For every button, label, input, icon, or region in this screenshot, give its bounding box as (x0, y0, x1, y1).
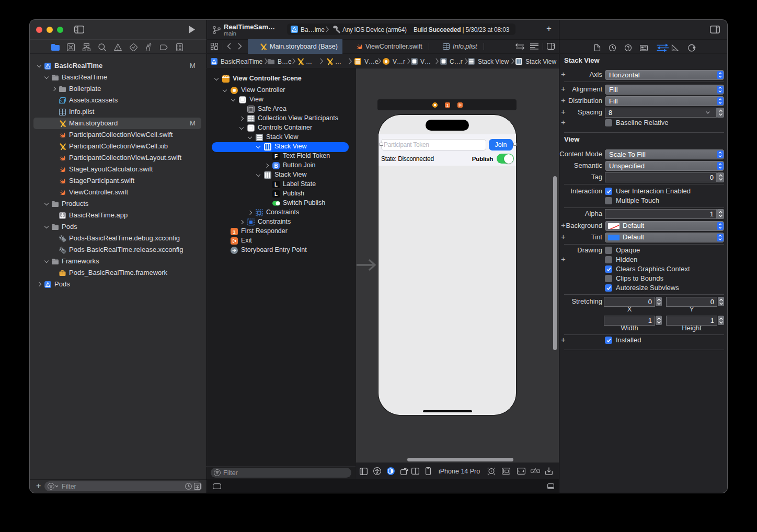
svg-text:B: B (274, 163, 278, 169)
svg-text:1: 1 (446, 103, 449, 107)
svg-text:F: F (274, 154, 278, 159)
svg-text:L: L (274, 182, 278, 188)
svg-text:1: 1 (233, 229, 236, 235)
svg-text:L: L (274, 191, 278, 197)
